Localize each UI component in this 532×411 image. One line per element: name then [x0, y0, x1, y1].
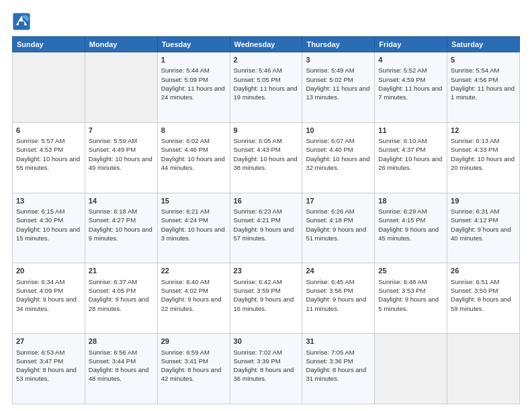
daylight: Daylight: 8 hours and 53 minutes. — [16, 366, 77, 382]
sunrise: Sunrise: 6:31 AM — [451, 208, 499, 215]
day-number: 25 — [378, 266, 443, 276]
day-number: 2 — [234, 55, 299, 65]
sunset: Sunset: 3:59 PM — [234, 287, 281, 294]
header-row: SundayMondayTuesdayWednesdayThursdayFrid… — [13, 37, 520, 52]
sunrise: Sunrise: 6:21 AM — [161, 208, 210, 215]
day-number: 24 — [306, 266, 371, 276]
daylight: Daylight: 10 hours and 3 minutes. — [161, 226, 225, 242]
day-number: 6 — [16, 126, 81, 136]
day-cell: 28Sunrise: 6:56 AMSunset: 3:44 PMDayligh… — [85, 334, 157, 404]
day-number: 9 — [234, 126, 299, 136]
week-row-2: 6Sunrise: 5:57 AMSunset: 4:53 PMDaylight… — [13, 122, 520, 193]
logo — [12, 12, 34, 31]
day-cell: 10Sunrise: 6:07 AMSunset: 4:40 PMDayligh… — [302, 122, 375, 193]
daylight: Daylight: 10 hours and 20 minutes. — [451, 155, 515, 171]
sunset: Sunset: 4:21 PM — [234, 216, 281, 224]
sunrise: Sunrise: 5:57 AM — [16, 137, 64, 144]
day-cell: 21Sunrise: 6:37 AMSunset: 4:05 PMDayligh… — [85, 263, 157, 334]
daylight: Daylight: 9 hours and 28 minutes. — [89, 295, 149, 312]
day-cell: 25Sunrise: 6:48 AMSunset: 3:53 PMDayligh… — [375, 263, 447, 334]
daylight: Daylight: 9 hours and 11 minutes. — [306, 295, 366, 312]
day-cell: 18Sunrise: 6:29 AMSunset: 4:15 PMDayligh… — [375, 193, 447, 263]
sunrise: Sunrise: 6:59 AM — [161, 349, 210, 356]
daylight: Daylight: 8 hours and 59 minutes. — [451, 295, 511, 312]
day-number: 15 — [161, 196, 226, 206]
day-number: 11 — [378, 126, 443, 136]
day-cell: 31Sunrise: 7:05 AMSunset: 3:36 PMDayligh… — [302, 334, 375, 404]
day-cell: 11Sunrise: 6:10 AMSunset: 4:37 PMDayligh… — [375, 122, 447, 193]
daylight: Daylight: 11 hours and 19 minutes. — [234, 85, 298, 101]
sunset: Sunset: 4:33 PM — [451, 146, 498, 153]
sunrise: Sunrise: 6:45 AM — [306, 278, 354, 285]
sunrise: Sunrise: 6:13 AM — [451, 137, 499, 144]
day-number: 17 — [306, 196, 371, 206]
daylight: Daylight: 9 hours and 16 minutes. — [234, 295, 294, 312]
day-cell: 29Sunrise: 6:59 AMSunset: 3:41 PMDayligh… — [157, 334, 230, 404]
daylight: Daylight: 8 hours and 36 minutes. — [234, 366, 294, 382]
day-number: 31 — [306, 336, 371, 347]
sunrise: Sunrise: 6:02 AM — [161, 137, 210, 144]
day-number: 7 — [89, 126, 154, 136]
day-number: 30 — [234, 336, 299, 347]
sunset: Sunset: 4:49 PM — [89, 146, 136, 153]
sunset: Sunset: 4:27 PM — [89, 216, 136, 224]
sunset: Sunset: 4:37 PM — [378, 146, 425, 153]
sunset: Sunset: 4:53 PM — [16, 146, 63, 153]
sunset: Sunset: 5:09 PM — [161, 76, 208, 83]
day-cell: 16Sunrise: 6:23 AMSunset: 4:21 PMDayligh… — [230, 193, 302, 263]
sunset: Sunset: 3:47 PM — [16, 357, 63, 365]
daylight: Daylight: 9 hours and 34 minutes. — [16, 295, 77, 312]
sunset: Sunset: 4:24 PM — [161, 216, 208, 224]
sunset: Sunset: 4:05 PM — [89, 287, 136, 294]
logo-icon — [12, 12, 31, 31]
sunrise: Sunrise: 5:52 AM — [378, 66, 427, 74]
sunset: Sunset: 4:30 PM — [16, 216, 63, 224]
calendar-body: 1Sunrise: 5:44 AMSunset: 5:09 PMDaylight… — [13, 52, 520, 404]
calendar: SundayMondayTuesdayWednesdayThursdayFrid… — [12, 36, 520, 404]
daylight: Daylight: 9 hours and 5 minutes. — [378, 295, 439, 312]
sunset: Sunset: 5:05 PM — [234, 76, 281, 83]
day-number: 20 — [16, 266, 81, 276]
sunrise: Sunrise: 7:05 AM — [306, 349, 354, 356]
day-cell: 5Sunrise: 5:54 AMSunset: 4:56 PMDaylight… — [447, 52, 520, 123]
day-number: 29 — [161, 336, 226, 347]
week-row-4: 20Sunrise: 6:34 AMSunset: 4:09 PMDayligh… — [13, 263, 520, 334]
daylight: Daylight: 9 hours and 40 minutes. — [451, 226, 511, 242]
week-row-1: 1Sunrise: 5:44 AMSunset: 5:09 PMDaylight… — [13, 52, 520, 123]
day-number: 27 — [16, 336, 81, 347]
sunrise: Sunrise: 6:51 AM — [451, 278, 499, 285]
day-cell: 4Sunrise: 5:52 AMSunset: 4:59 PMDaylight… — [375, 52, 447, 123]
day-cell: 8Sunrise: 6:02 AMSunset: 4:46 PMDaylight… — [157, 122, 230, 193]
sunrise: Sunrise: 6:07 AM — [306, 137, 354, 144]
day-cell: 13Sunrise: 6:15 AMSunset: 4:30 PMDayligh… — [13, 193, 85, 263]
day-cell: 24Sunrise: 6:45 AMSunset: 3:56 PMDayligh… — [302, 263, 375, 334]
sunrise: Sunrise: 5:59 AM — [89, 137, 137, 144]
sunrise: Sunrise: 6:42 AM — [234, 278, 282, 285]
day-number: 16 — [234, 196, 299, 206]
header-tuesday: Tuesday — [157, 37, 230, 52]
header-monday: Monday — [85, 37, 157, 52]
header-thursday: Thursday — [302, 37, 375, 52]
sunrise: Sunrise: 5:54 AM — [451, 66, 499, 74]
daylight: Daylight: 9 hours and 45 minutes. — [378, 226, 439, 242]
day-number: 19 — [451, 196, 516, 206]
sunrise: Sunrise: 6:48 AM — [378, 278, 427, 285]
daylight: Daylight: 8 hours and 48 minutes. — [89, 366, 149, 382]
sunset: Sunset: 4:02 PM — [161, 287, 208, 294]
week-row-5: 27Sunrise: 6:53 AMSunset: 3:47 PMDayligh… — [13, 334, 520, 404]
day-cell: 22Sunrise: 6:40 AMSunset: 4:02 PMDayligh… — [157, 263, 230, 334]
day-cell: 15Sunrise: 6:21 AMSunset: 4:24 PMDayligh… — [157, 193, 230, 263]
day-cell: 1Sunrise: 5:44 AMSunset: 5:09 PMDaylight… — [157, 52, 230, 123]
header-wednesday: Wednesday — [230, 37, 302, 52]
sunrise: Sunrise: 6:34 AM — [16, 278, 64, 285]
daylight: Daylight: 11 hours and 13 minutes. — [306, 85, 369, 101]
sunset: Sunset: 4:12 PM — [451, 216, 498, 224]
daylight: Daylight: 11 hours and 7 minutes. — [378, 85, 442, 101]
sunset: Sunset: 4:56 PM — [451, 76, 498, 83]
sunrise: Sunrise: 6:18 AM — [89, 208, 137, 215]
sunrise: Sunrise: 6:23 AM — [234, 208, 282, 215]
daylight: Daylight: 10 hours and 55 minutes. — [16, 155, 80, 171]
daylight: Daylight: 8 hours and 31 minutes. — [306, 366, 366, 382]
day-cell: 7Sunrise: 5:59 AMSunset: 4:49 PMDaylight… — [85, 122, 157, 193]
daylight: Daylight: 9 hours and 57 minutes. — [234, 226, 294, 242]
